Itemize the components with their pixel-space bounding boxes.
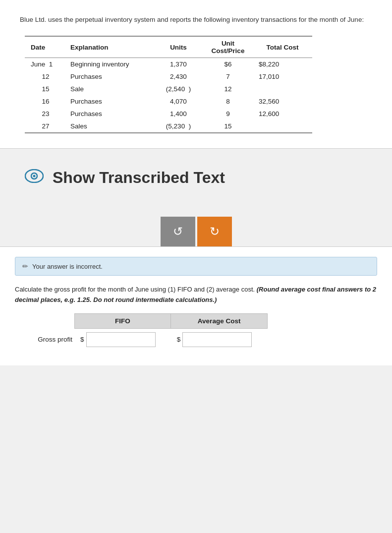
gross-profit-row: Gross profit $ $ — [20, 328, 268, 351]
table-row: 27 Sales (5,230 ) 15 — [25, 120, 312, 133]
row-explanation: Sales — [64, 120, 154, 133]
day: 12 — [31, 73, 50, 80]
intro-text: Blue Ltd. uses the perpetual inventory s… — [20, 15, 372, 25]
avg-dollar-sign: $ — [176, 336, 182, 343]
answer-table: FIFO Average Cost Gross profit $ $ — [20, 313, 268, 351]
inventory-table: Date Explanation Units UnitCost/Price To… — [25, 36, 312, 133]
inventory-section: Blue Ltd. uses the perpetual inventory s… — [0, 0, 392, 149]
row-explanation: Purchases — [64, 108, 154, 120]
row-cost: $6 — [203, 58, 253, 71]
fifo-dollar-sign: $ — [79, 336, 85, 343]
row-units: 2,430 — [154, 70, 203, 83]
row-explanation: Purchases — [64, 95, 154, 108]
col-header-date: Date — [25, 36, 64, 58]
col-header-explanation: Explanation — [64, 36, 154, 58]
row-date: 15 — [25, 83, 64, 95]
day: 16 — [31, 98, 50, 105]
error-text: Your answer is incorrect. — [32, 263, 103, 270]
row-total: 32,560 — [253, 95, 312, 108]
gross-profit-label: Gross profit — [20, 328, 74, 351]
avg-cost-input[interactable] — [182, 332, 252, 347]
day: 15 — [31, 85, 50, 93]
table-row: 12 Purchases 2,430 7 17,010 — [25, 70, 312, 83]
row-cost: 7 — [203, 70, 253, 83]
row-explanation: Purchases — [64, 70, 154, 83]
row-cost: 15 — [203, 120, 253, 133]
instructions-text: Calculate the gross profit for the month… — [15, 286, 257, 293]
row-units: 1,370 — [154, 58, 203, 71]
row-date: 12 — [25, 70, 64, 83]
answer-section: ✏ Your answer is incorrect. Calculate th… — [0, 246, 392, 365]
row-units: 4,070 — [154, 95, 203, 108]
error-banner: ✏ Your answer is incorrect. — [15, 257, 377, 276]
col-header-units: Units — [154, 36, 203, 58]
row-explanation: Sale — [64, 83, 154, 95]
row-cost: 12 — [203, 83, 253, 95]
row-explanation: Beginning inventory — [64, 58, 154, 71]
show-transcribed-section[interactable]: Show Transcribed Text — [0, 149, 392, 202]
col-header-avg-cost: Average Cost — [171, 313, 268, 328]
empty-header — [20, 313, 74, 328]
day: 23 — [31, 110, 50, 118]
action-buttons-row: ↺ ↻ — [0, 202, 392, 246]
eye-icon — [25, 169, 44, 187]
day: 27 — [31, 122, 50, 130]
fifo-input-cell: $ — [74, 328, 171, 351]
row-units: 1,400 — [154, 108, 203, 120]
undo-button[interactable]: ↺ — [161, 217, 195, 246]
row-total — [253, 83, 312, 95]
table-row: June 1 Beginning inventory 1,370 $6 $8,2… — [25, 58, 312, 71]
show-transcribed-label[interactable]: Show Transcribed Text — [53, 169, 225, 187]
row-date: 16 — [25, 95, 64, 108]
col-header-unit-cost: UnitCost/Price — [203, 36, 253, 58]
table-row: 23 Purchases 1,400 9 12,600 — [25, 108, 312, 120]
row-total: 12,600 — [253, 108, 312, 120]
row-units: (5,230 ) — [154, 120, 203, 133]
table-row: 15 Sale (2,540 ) 12 — [25, 83, 312, 95]
undo-icon: ↺ — [173, 225, 183, 238]
col-header-total-cost: Total Cost — [253, 36, 312, 58]
row-date: 27 — [25, 120, 64, 133]
fifo-input[interactable] — [86, 332, 156, 347]
row-date: 23 — [25, 108, 64, 120]
col-header-fifo: FIFO — [74, 313, 171, 328]
table-row: 16 Purchases 4,070 8 32,560 — [25, 95, 312, 108]
avg-cost-input-cell: $ — [171, 328, 268, 351]
svg-point-2 — [33, 175, 36, 178]
row-units: (2,540 ) — [154, 83, 203, 95]
instructions: Calculate the gross profit for the month… — [15, 285, 377, 305]
month: June — [31, 60, 45, 68]
row-cost: 9 — [203, 108, 253, 120]
row-total: $8,220 — [253, 58, 312, 71]
redo-icon: ↻ — [210, 225, 220, 238]
row-cost: 8 — [203, 95, 253, 108]
pencil-icon: ✏ — [22, 262, 28, 270]
row-total: 17,010 — [253, 70, 312, 83]
row-date: June 1 — [25, 58, 64, 71]
row-total — [253, 120, 312, 133]
day: 1 — [49, 60, 53, 68]
redo-button[interactable]: ↻ — [197, 217, 232, 246]
